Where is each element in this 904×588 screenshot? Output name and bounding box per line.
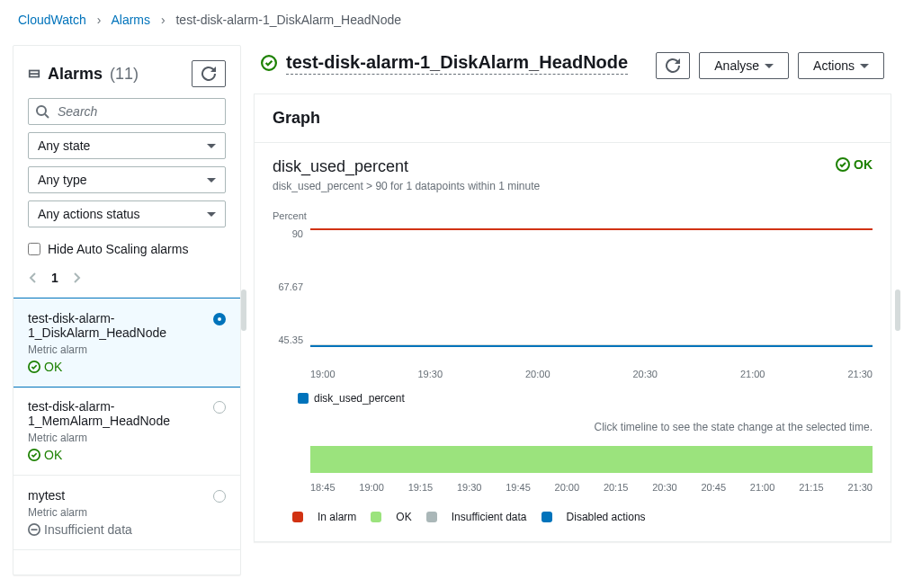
- metric-title: disk_used_percent: [273, 157, 540, 176]
- sidebar-resize-handle[interactable]: [241, 290, 246, 331]
- metric-description: disk_used_percent > 90 for 1 datapoints …: [273, 180, 540, 192]
- chart[interactable]: Percent 90 67.67 45.35: [273, 210, 873, 405]
- alarm-name: test-disk-alarm-1_MemAlarm_HeadNode: [28, 399, 213, 428]
- legend-ok: OK: [396, 511, 411, 523]
- alarm-radio[interactable]: [213, 490, 226, 503]
- collapse-icon[interactable]: [28, 67, 40, 80]
- next-page-button[interactable]: [73, 272, 82, 284]
- alarm-status: OK: [28, 360, 213, 374]
- legend-swatch-green: [371, 512, 381, 522]
- hide-autoscaling-label: Hide Auto Scaling alarms: [48, 242, 188, 256]
- refresh-icon: [666, 58, 680, 73]
- yaxis-label: Percent: [273, 210, 873, 221]
- alarm-list-item[interactable]: mytest Metric alarm Insufficient data: [13, 476, 240, 550]
- breadcrumb-root[interactable]: CloudWatch: [18, 13, 86, 27]
- timeline-hint: Click timeline to see the state change a…: [273, 421, 873, 433]
- legend-swatch-blue: [298, 393, 309, 404]
- breadcrumb-current: test-disk-alarm-1_DiskAlarm_HeadNode: [175, 13, 401, 27]
- analyse-label: Analyse: [714, 58, 759, 73]
- timeline-tick-labels: 18:45 19:00 19:15 19:30 19:45 20:00 20:1…: [310, 482, 873, 493]
- chevron-left-icon: [28, 272, 37, 284]
- svg-point-2: [37, 106, 46, 115]
- caret-down-icon: [765, 64, 774, 68]
- refresh-content-button[interactable]: [656, 52, 690, 79]
- search-input[interactable]: [28, 98, 226, 125]
- hide-autoscaling-input[interactable]: [28, 243, 40, 255]
- actions-label: Actions: [813, 58, 855, 73]
- caret-down-icon: [860, 64, 869, 68]
- legend-swatch-red: [292, 512, 303, 522]
- alarms-sidebar: Alarms (11) Any state: [13, 45, 241, 575]
- alarm-status: OK: [28, 448, 213, 462]
- breadcrumb-alarms[interactable]: Alarms: [111, 13, 150, 27]
- ok-status-icon: [28, 449, 40, 461]
- ok-status-icon: [261, 55, 277, 71]
- state-filter-label: Any state: [38, 138, 90, 153]
- actions-filter-label: Any actions status: [38, 207, 140, 221]
- svg-line-3: [45, 114, 49, 118]
- alarm-list-item[interactable]: test-disk-alarm-1_MemAlarm_HeadNode Metr…: [13, 387, 240, 476]
- graph-panel: Graph disk_used_percent disk_used_percen…: [254, 94, 891, 542]
- alarm-list: test-disk-alarm-1_DiskAlarm_HeadNode Met…: [13, 298, 240, 550]
- legend-swatch-blue: [542, 512, 552, 522]
- alarm-radio[interactable]: [213, 401, 226, 414]
- sidebar-count: (11): [110, 65, 139, 84]
- actions-button[interactable]: Actions: [798, 52, 884, 79]
- ok-status-icon: [836, 157, 850, 172]
- legend-metric-label: disk_used_percent: [314, 392, 405, 405]
- chevron-right-icon: [73, 272, 82, 284]
- analyse-button[interactable]: Analyse: [699, 52, 789, 79]
- breadcrumb-sep: ›: [161, 13, 166, 27]
- alarm-radio[interactable]: [213, 313, 226, 325]
- hide-autoscaling-checkbox[interactable]: Hide Auto Scaling alarms: [28, 235, 226, 263]
- y-tick-labels: 90 67.67 45.35: [273, 228, 310, 345]
- plot-area[interactable]: [310, 228, 873, 345]
- graph-status-badge: OK: [836, 157, 873, 172]
- caret-down-icon: [207, 212, 216, 217]
- ok-status-icon: [28, 361, 40, 373]
- x-tick-labels: 19:00 19:30 20:00 20:30 21:00 21:30: [310, 369, 873, 379]
- alarm-subtype: Metric alarm: [28, 343, 213, 356]
- search-icon: [35, 104, 49, 119]
- page-title: test-disk-alarm-1_DiskAlarm_HeadNode: [286, 52, 628, 73]
- legend-disabled: Disabled actions: [567, 511, 646, 523]
- legend-swatch-grey: [426, 512, 437, 522]
- type-filter-label: Any type: [38, 173, 86, 187]
- breadcrumb-sep: ›: [97, 13, 102, 27]
- data-line: [310, 345, 873, 347]
- alarm-list-item[interactable]: test-disk-alarm-1_DiskAlarm_HeadNode Met…: [13, 298, 241, 388]
- legend-in-alarm: In alarm: [318, 511, 356, 523]
- caret-down-icon: [207, 144, 216, 148]
- actions-filter[interactable]: Any actions status: [28, 200, 226, 227]
- alarm-name: mytest: [28, 488, 132, 503]
- graph-panel-title: Graph: [273, 109, 873, 128]
- content-resize-handle[interactable]: [895, 290, 900, 331]
- page-number: 1: [51, 271, 58, 285]
- sidebar-title: Alarms: [48, 65, 103, 84]
- insufficient-status-icon: [28, 523, 40, 536]
- type-filter[interactable]: Any type: [28, 166, 226, 193]
- threshold-line: [310, 228, 873, 230]
- caret-down-icon: [207, 178, 216, 183]
- alarm-name: test-disk-alarm-1_DiskAlarm_HeadNode: [28, 311, 213, 340]
- breadcrumb: CloudWatch › Alarms › test-disk-alarm-1_…: [0, 0, 904, 36]
- refresh-sidebar-button[interactable]: [192, 60, 226, 87]
- legend-insufficient: Insufficient data: [452, 511, 527, 523]
- alarm-subtype: Metric alarm: [28, 432, 213, 444]
- prev-page-button[interactable]: [28, 272, 37, 284]
- state-timeline[interactable]: [310, 446, 873, 473]
- chart-legend: disk_used_percent: [298, 392, 873, 405]
- refresh-icon: [201, 67, 216, 81]
- alarm-subtype: Metric alarm: [28, 506, 132, 519]
- state-filter[interactable]: Any state: [28, 132, 226, 159]
- alarm-status: Insufficient data: [28, 522, 132, 537]
- state-legend: In alarm OK Insufficient data Disabled a…: [292, 511, 873, 523]
